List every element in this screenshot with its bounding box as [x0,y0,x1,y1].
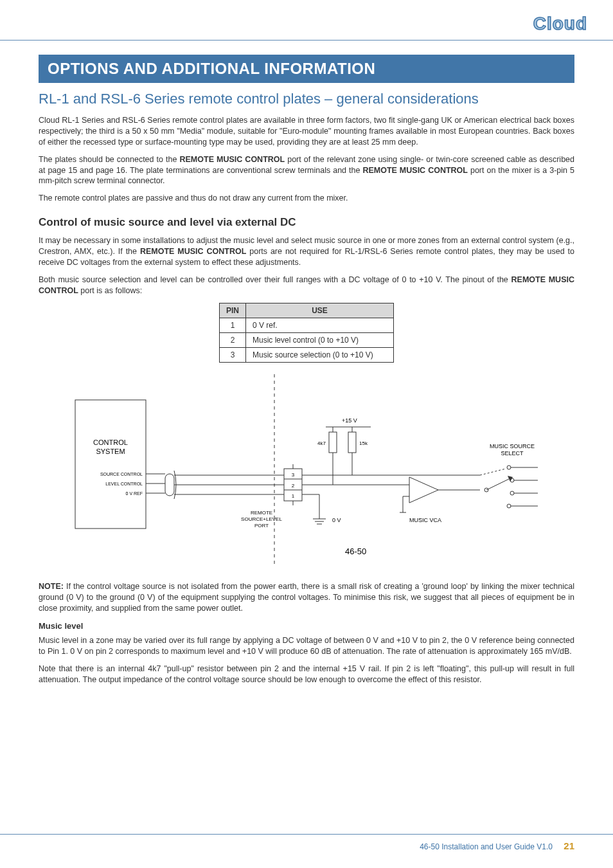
para-note: NOTE: If the control voltage source is n… [39,581,574,614]
para2-bold-2: REMOTE MUSIC CONTROL [362,166,468,175]
table-row: 1 0 V ref. [219,318,393,332]
para-intro-3: The remote control plates are passive an… [39,193,574,204]
label-15v: +15 V [342,417,357,424]
svg-line-39 [486,478,510,490]
label-4k7: 4k7 [317,440,326,446]
label-music-vca: MUSIC VCA [409,517,441,523]
footer-page-number: 21 [564,840,574,851]
label-level-control: LEVEL CONTROL [105,482,143,486]
para-music-level-1: Music level in a zone may be varied over… [39,635,574,657]
heading-external-dc: Control of music source and level via ex… [39,215,574,230]
label-source-control: SOURCE CONTROL [100,472,143,476]
top-rule [0,40,613,41]
page-footer: 46-50 Installation and User Guide V1.0 2… [420,840,574,853]
label-0v: 0 V [332,517,341,523]
label-pin3: 3 [292,472,295,478]
footer-rule [0,834,613,835]
table-row: 3 Music source selection (0 to +10 V) [219,348,393,363]
para-music-level-2: Note that there is an internal 4k7 "pull… [39,664,574,685]
pinout-table: PIN USE 1 0 V ref. 2 Music level control… [219,303,394,363]
label-pin1: 1 [292,493,295,499]
label-model: 46-50 [345,547,366,556]
cell-use: 0 V ref. [246,318,394,332]
cell-pin: 2 [219,332,245,347]
svg-point-34 [507,466,511,469]
para-dc-2: Both music source selection and level ca… [39,275,574,296]
brand-logo: Cloud [533,12,587,36]
svg-line-33 [480,469,506,475]
cell-use: Music level control (0 to +10 V) [246,332,394,347]
label-port: REMOTESOURCE+LEVELPORT [241,510,282,529]
footer-text: 46-50 Installation and User Guide V1.0 [420,842,553,851]
schematic-diagram: CONTROLSYSTEM SOURCE CONTROL LEVEL CONTR… [62,374,551,567]
label-music-source-select: MUSIC SOURCESELECT [490,443,535,457]
svg-point-37 [507,504,511,508]
para5-part-b: port is as follows: [78,286,142,295]
label-pin2: 2 [292,483,295,489]
table-row: PIN USE [219,303,393,318]
para2-part-a: The plates should be connected to the [39,155,180,164]
para-intro-1: Cloud RL-1 Series and RSL-6 Series remot… [39,115,574,148]
heading-music-level: Music level [39,620,574,632]
svg-rect-2 [165,474,174,496]
para4-bold: REMOTE MUSIC CONTROL [140,247,246,256]
section-band-title: OPTIONS AND ADDITIONAL INFORMATION [39,55,574,83]
schematic-diagram-wrap: CONTROLSYSTEM SOURCE CONTROL LEVEL CONTR… [39,374,574,567]
table-row: 2 Music level control (0 to +10 V) [219,332,393,347]
svg-rect-16 [348,432,356,453]
note-bold: NOTE: [39,582,64,591]
label-control-system: CONTROLSYSTEM [93,439,128,455]
para-dc-1: It may be necessary in some installation… [39,235,574,268]
heading-remote-plates: RL-1 and RSL-6 Series remote control pla… [39,89,574,109]
note-body: If the control voltage source is not iso… [39,582,574,613]
cell-pin: 1 [219,318,245,332]
para5-part-a: Both music source selection and level ca… [39,275,511,284]
svg-rect-1 [75,400,146,529]
page-content: OPTIONS AND ADDITIONAL INFORMATION RL-1 … [39,55,574,685]
th-use: USE [246,303,394,318]
cell-use: Music source selection (0 to +10 V) [246,348,394,363]
svg-rect-15 [329,432,337,453]
cell-pin: 3 [219,348,245,363]
para2-bold-1: REMOTE MUSIC CONTROL [180,155,285,164]
th-pin: PIN [219,303,245,318]
label-v-ref: 0 V REF [126,491,143,496]
label-15k: 15k [359,440,368,446]
svg-point-36 [510,491,514,495]
para-intro-2: The plates should be connected to the RE… [39,154,574,187]
svg-marker-28 [409,477,438,503]
